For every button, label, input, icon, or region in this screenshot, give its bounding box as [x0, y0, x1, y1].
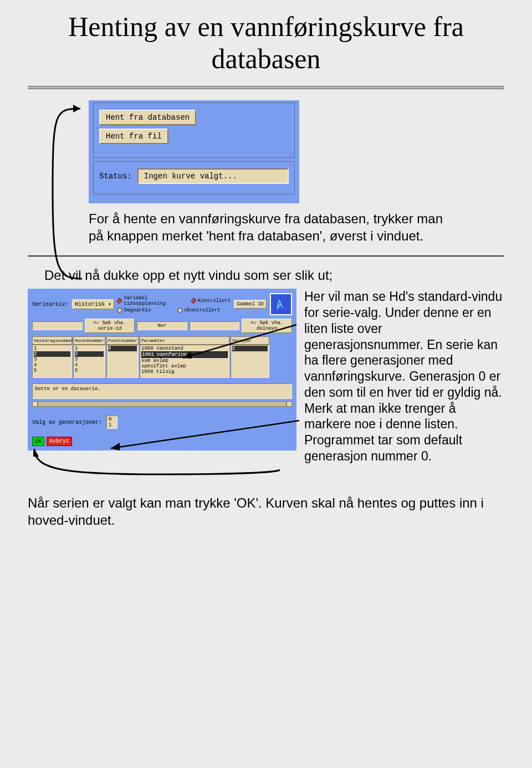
- radio-variabel[interactable]: [116, 298, 122, 304]
- avbryt-button[interactable]: Avbryt: [47, 437, 72, 446]
- svg-line-3: [111, 421, 299, 448]
- search-serie-button[interactable]: <= Søk vha. serie-id: [85, 319, 135, 333]
- svg-marker-0: [73, 105, 80, 112]
- radio-dogn-label: Døgnarkiv: [124, 308, 151, 313]
- ok-button[interactable]: OK: [32, 437, 44, 446]
- search-serie-input[interactable]: [32, 321, 83, 330]
- arrow-param-to-text: [183, 322, 305, 366]
- arrow-to-ok: [33, 448, 283, 481]
- status-value: Ingen kurve valgt...: [137, 168, 289, 184]
- screenshot-panel-1: Hent fra databasen Hent fra fil Status: …: [89, 100, 299, 203]
- description-box: Dette er en dataserie.: [32, 383, 292, 399]
- page-title: Henting av en vannføringskurve fra datab…: [28, 11, 504, 75]
- generasjon-label: Valg av generasjoner:: [32, 419, 102, 426]
- radio-kontrollert[interactable]: [191, 298, 197, 304]
- search-nor-input[interactable]: Nor: [137, 321, 187, 330]
- paragraph-1: For å hente en vannføringskurve fra data…: [89, 210, 443, 244]
- radio-dogn[interactable]: [116, 308, 122, 314]
- svg-line-1: [183, 325, 296, 358]
- header-hoved: Hovednummer: [73, 336, 105, 345]
- radio-variabel-label: Variabel tidsoppløsning: [124, 295, 183, 306]
- screenshot-panel-2: Seriearkiv: Historisk ▾ Variabel tidsopp…: [28, 289, 296, 450]
- map-icon[interactable]: [270, 293, 292, 315]
- svg-marker-5: [33, 449, 39, 457]
- radio-ukontrollert[interactable]: [177, 308, 183, 314]
- seriearkiv-label: Seriearkiv:: [32, 301, 69, 308]
- scroll-left-icon[interactable]: [32, 401, 38, 407]
- list-hoved[interactable]: 1 2 3 4 5: [73, 345, 105, 378]
- radio-ukontrollert-label: Ukontrollert: [185, 308, 221, 313]
- scroll-right-icon[interactable]: [287, 401, 292, 407]
- bottom-paragraph: Når serien er valgt kan man trykke 'OK'.…: [28, 494, 504, 529]
- list-vassdrag[interactable]: 1 2 3 4 5: [32, 345, 72, 378]
- hent-fra-databasen-button[interactable]: Hent fra databasen: [99, 110, 196, 125]
- hent-fra-fil-button[interactable]: Hent fra fil: [99, 129, 168, 144]
- status-label: Status:: [99, 172, 132, 181]
- radio-kontrollert-label: Kontrollert: [198, 298, 231, 304]
- svg-marker-2: [183, 352, 192, 359]
- seriearkiv-dropdown[interactable]: Historisk ▾: [72, 299, 114, 309]
- divider-thick: [28, 86, 504, 89]
- header-punkt: Punktnummer: [106, 336, 139, 345]
- side-paragraph: Her vil man se Hd's standard-vindu for s…: [304, 289, 504, 464]
- arrow-to-button: [28, 100, 83, 283]
- gammel-id-button[interactable]: Gammel ID: [234, 300, 267, 309]
- divider-thin: [28, 255, 504, 257]
- header-vassdrag: Vassdragsnummer: [32, 336, 72, 345]
- section2-heading: Det vil nå dukke opp et nytt vindu som s…: [44, 268, 504, 283]
- list-punkt[interactable]: 0: [106, 345, 139, 378]
